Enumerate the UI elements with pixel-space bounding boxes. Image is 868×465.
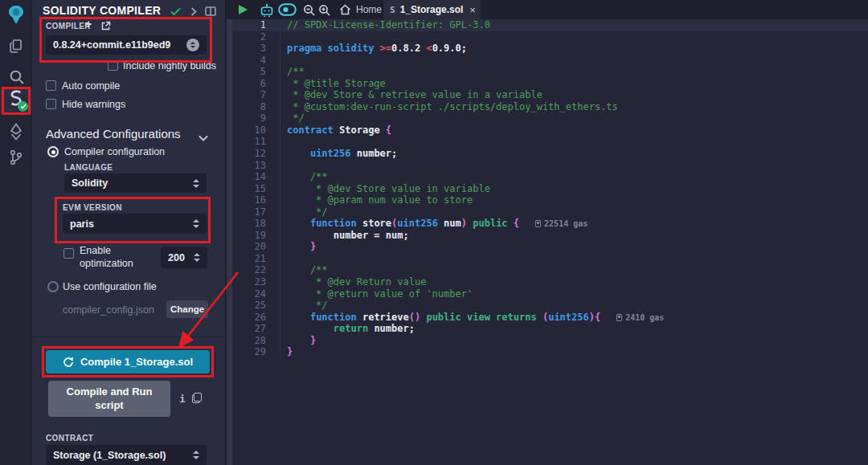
enable-optimization-label: Enable optimization (80, 245, 141, 270)
contract-value: Storage (1_Storage.sol) (53, 450, 166, 461)
home-tab-label: Home (356, 4, 382, 15)
hide-warnings-label: Hide warnings (62, 99, 125, 110)
code-line[interactable]: 29} (232, 346, 868, 358)
code-line[interactable]: 8 * @custom:dev-run-script ./scripts/dep… (232, 101, 868, 113)
code-line[interactable]: 26 function retrieve() public view retur… (232, 312, 868, 324)
panel-divider (32, 337, 226, 337)
optimization-runs-value: 200 (168, 252, 185, 263)
deploy-run-icon[interactable] (0, 122, 32, 143)
tab-1-storage-sol[interactable]: S 1_Storage.sol × (383, 0, 481, 19)
tab-label: 1_Storage.sol (400, 4, 464, 15)
select-arrows-icon (193, 451, 199, 459)
code-line[interactable]: 25 */ (232, 300, 868, 312)
compiler-version-value: 0.8.24+commit.e11b9ed9 (53, 39, 170, 51)
file-explorer-icon[interactable] (0, 38, 32, 57)
open-compiler-file-icon[interactable] (100, 20, 111, 35)
compile-button[interactable]: Compile 1_Storage.sol (46, 350, 210, 373)
run-script-icon[interactable] (237, 0, 248, 19)
code-line[interactable]: 22 /** (232, 264, 868, 276)
git-icon[interactable] (0, 148, 32, 169)
optimization-runs-input[interactable]: 200 (161, 247, 207, 268)
panel-scrollbar[interactable] (227, 19, 232, 465)
use-configuration-file-label: Use configuration file (63, 281, 157, 292)
code-line[interactable]: 15 * @dev Store value in variable (232, 183, 868, 195)
solidity-compiler-panel: SOLIDITY COMPILER COMPILER + 0.8.24+comm… (32, 0, 226, 465)
home-icon (339, 4, 351, 15)
language-value: Solidity (72, 177, 108, 189)
auto-compile-checkbox[interactable] (46, 80, 56, 91)
ai-toggle-icon[interactable] (278, 0, 297, 19)
compiler-version-select[interactable]: 0.8.24+commit.e11b9ed9 (46, 35, 207, 55)
code-line[interactable]: 28 } (232, 335, 868, 347)
code-line[interactable]: 23 * @dev Return value (232, 276, 868, 288)
search-icon[interactable] (0, 68, 32, 88)
code-line[interactable]: 20 } (232, 241, 868, 253)
code-line[interactable]: 21 (232, 253, 868, 265)
code-line[interactable]: 10contract Storage { (232, 124, 868, 137)
nightly-builds-checkbox[interactable] (108, 60, 118, 71)
home-tab[interactable]: Home (339, 0, 382, 19)
add-compiler-icon[interactable]: + (85, 18, 92, 31)
solidity-compiler-icon[interactable] (0, 88, 32, 114)
language-label: LANGUAGE (64, 163, 113, 172)
code-line[interactable]: 16 * @param num value to store (232, 194, 868, 206)
remix-logo-icon[interactable] (0, 4, 32, 26)
enable-optimization-checkbox[interactable] (63, 248, 74, 259)
select-arrows-icon (193, 219, 199, 228)
hide-warnings-checkbox[interactable] (46, 99, 56, 109)
info-icon[interactable]: i (179, 393, 186, 405)
icon-rail (0, 0, 32, 465)
code-line[interactable]: 1// SPDX-License-Identifier: GPL-3.0 (232, 19, 868, 31)
code-line[interactable]: 27 return number; (232, 323, 868, 335)
zoom-out-icon[interactable] (303, 0, 315, 19)
copy-icon[interactable] (192, 393, 202, 403)
code-line[interactable]: 19 number = num; (232, 230, 868, 242)
chevron-down-icon[interactable] (199, 130, 208, 145)
code-line[interactable]: 14 /** (232, 171, 868, 183)
solidity-file-icon: S (390, 5, 395, 15)
ai-assistant-robot-icon[interactable] (259, 0, 275, 19)
code-line[interactable]: 2 (232, 31, 868, 43)
change-config-button[interactable]: Change (166, 300, 208, 318)
evm-version-label: EVM VERSION (63, 203, 122, 212)
use-configuration-file-radio[interactable] (47, 281, 59, 292)
compile-and-run-button[interactable]: Compile and Run script (48, 381, 170, 417)
language-select[interactable]: Solidity (64, 173, 207, 193)
evm-version-value: paris (70, 218, 94, 230)
zoom-in-icon[interactable] (318, 0, 330, 19)
auto-compile-label: Auto compile (62, 80, 120, 92)
code-line[interactable]: 3pragma solidity >=0.8.2 <0.9.0; (232, 43, 868, 55)
editor-lines: 1// SPDX-License-Identifier: GPL-3.023pr… (232, 19, 868, 358)
compile-success-check-icon (18, 101, 28, 112)
compiler-configuration-radio[interactable] (47, 146, 59, 157)
panel-title: SOLIDITY COMPILER (43, 4, 161, 17)
gas-icon (535, 220, 541, 227)
check-icon (170, 5, 181, 19)
compile-button-label: Compile 1_Storage.sol (80, 356, 193, 368)
code-line[interactable]: 24 * @return value of 'number' (232, 288, 868, 300)
columns-icon[interactable] (205, 5, 216, 19)
nightly-builds-label: Include nightly builds (123, 60, 216, 71)
evm-version-select[interactable]: paris (63, 214, 207, 234)
code-editor[interactable]: 1// SPDX-License-Identifier: GPL-3.023pr… (232, 19, 868, 465)
gas-icon (616, 314, 622, 321)
compiler-version-stepper[interactable] (186, 39, 199, 51)
remix-ide-window: SOLIDITY COMPILER COMPILER + 0.8.24+comm… (0, 0, 868, 465)
close-tab-icon[interactable]: × (469, 4, 476, 16)
select-arrows-icon (194, 253, 200, 262)
config-file-name: compiler_config.json (63, 304, 154, 316)
contract-label: CONTRACT (46, 434, 93, 443)
code-line[interactable]: 9 */ (232, 112, 868, 124)
select-arrows-icon (193, 179, 199, 188)
contract-select[interactable]: Storage (1_Storage.sol) (46, 445, 207, 465)
code-line[interactable]: 11 (232, 136, 868, 148)
code-line[interactable]: 13 (232, 160, 868, 172)
chevron-right-icon[interactable] (190, 5, 197, 19)
code-line[interactable]: 6 * @title Storage (232, 78, 868, 90)
code-line[interactable]: 7 * @dev Store & retrieve value in a var… (232, 89, 868, 101)
code-line[interactable]: 4 (232, 55, 868, 67)
code-line[interactable]: 5/** (232, 66, 868, 78)
code-line[interactable]: 12 uint256 number; (232, 148, 868, 160)
code-line[interactable]: 17 */ (232, 206, 868, 218)
code-line[interactable]: 18 function store(uint256 num) public {2… (232, 218, 868, 230)
